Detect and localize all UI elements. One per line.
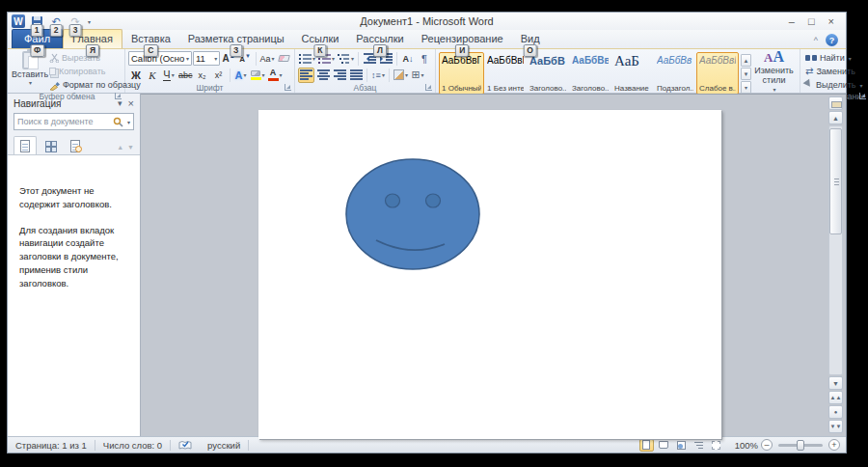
- justify-button[interactable]: [348, 68, 364, 83]
- borders-button[interactable]: ⊞▾: [410, 68, 425, 83]
- align-left-button[interactable]: [298, 68, 314, 83]
- tab-view[interactable]: Вид О: [512, 30, 549, 48]
- save-button[interactable]: 1: [29, 14, 44, 28]
- bold-button[interactable]: Ж: [128, 68, 144, 83]
- multilevel-list-button[interactable]: ▾: [337, 51, 355, 67]
- word-count-indicator[interactable]: Число слов: 0: [95, 437, 170, 453]
- nav-tab-results[interactable]: [64, 136, 87, 154]
- search-icon[interactable]: [113, 117, 123, 127]
- style-subtle-emphasis[interactable]: АаБбВвГг Слабое в...: [696, 52, 739, 95]
- subscript-button[interactable]: х₂: [195, 68, 210, 83]
- tab-references-keytip: К: [313, 44, 326, 57]
- word-logo-icon[interactable]: W: [12, 14, 25, 28]
- styles-scroll-up-button[interactable]: ▲: [741, 54, 751, 67]
- editing-dialog-launcher[interactable]: [859, 93, 866, 99]
- line-spacing-button[interactable]: ↕≡▾: [370, 68, 386, 83]
- show-paragraph-marks-button[interactable]: ¶: [417, 51, 432, 67]
- tab-review[interactable]: Рецензирование И: [413, 30, 512, 48]
- nav-tab-pages[interactable]: [39, 136, 62, 154]
- previous-page-button[interactable]: ▲▲: [828, 391, 843, 404]
- tab-references[interactable]: Ссылки К: [293, 30, 348, 48]
- search-input[interactable]: [17, 117, 110, 126]
- scroll-up-button[interactable]: ▲: [828, 111, 843, 124]
- select-browse-object-button[interactable]: ●: [828, 405, 843, 419]
- zoom-out-button[interactable]: –: [761, 439, 773, 451]
- strikethrough-button[interactable]: abc: [177, 68, 194, 83]
- minimize-button[interactable]: –: [789, 15, 795, 27]
- style-no-spacing[interactable]: АаБбВвГг, 1 Без инте...: [484, 52, 527, 95]
- scrollbar-track[interactable]: [828, 125, 843, 375]
- smiley-face-shape[interactable]: [258, 110, 721, 439]
- close-button[interactable]: ×: [828, 15, 834, 27]
- pages-tab-icon: [45, 141, 55, 151]
- clear-formatting-button[interactable]: [276, 51, 291, 67]
- styles-scroll-down-button[interactable]: ▼: [741, 68, 751, 80]
- superscript-button[interactable]: х²: [211, 68, 227, 83]
- vertical-scrollbar[interactable]: ▲ ▼ ▲▲ ● ▼▼: [828, 96, 843, 434]
- tab-page-layout[interactable]: Разметка страницы З: [179, 30, 293, 48]
- change-case-button[interactable]: Аа▾: [259, 51, 275, 67]
- font-size-combobox[interactable]: 11 ▾: [193, 51, 220, 66]
- style-title[interactable]: АаБ Название: [611, 52, 654, 95]
- help-icon[interactable]: ?: [826, 34, 838, 46]
- sort-button[interactable]: А↓: [400, 51, 416, 67]
- font-color-button[interactable]: А▾: [267, 68, 284, 83]
- paste-dropdown[interactable]: ▾: [29, 79, 32, 86]
- web-layout-view-button[interactable]: [674, 439, 689, 452]
- nav-tab-headings[interactable]: [14, 136, 37, 154]
- page-number-indicator[interactable]: Страница: 1 из 1: [8, 437, 95, 453]
- language-indicator[interactable]: русский: [200, 437, 248, 453]
- zoom-slider-track[interactable]: [778, 444, 823, 447]
- paragraph-dialog-launcher[interactable]: [425, 84, 432, 91]
- style-heading2[interactable]: АаБбВв Заголово...: [569, 52, 611, 95]
- next-heading-button[interactable]: ▼: [127, 144, 134, 151]
- styles-more-button[interactable]: ▾: [741, 81, 751, 94]
- next-page-button[interactable]: ▼▼: [828, 420, 843, 433]
- font-size-dropdown[interactable]: ▾: [214, 55, 217, 62]
- replace-button[interactable]: ⇄ Заменить: [803, 65, 865, 78]
- align-right-button[interactable]: [332, 68, 347, 83]
- align-center-button[interactable]: [315, 68, 331, 83]
- search-options-dropdown[interactable]: ▾: [127, 119, 130, 125]
- highlight-color-button[interactable]: ▾: [250, 68, 266, 83]
- select-cursor-icon: [803, 78, 816, 92]
- select-button[interactable]: Выделить ▾: [803, 78, 865, 92]
- change-styles-button[interactable]: АА Изменить стили ▾: [751, 50, 797, 95]
- draft-view-button[interactable]: [709, 439, 723, 452]
- shading-button[interactable]: ▾: [393, 68, 409, 83]
- zoom-in-button[interactable]: +: [828, 439, 840, 451]
- document-page[interactable]: [258, 110, 721, 439]
- tab-insert[interactable]: Вставка С: [122, 30, 179, 48]
- italic-button[interactable]: К: [145, 68, 160, 83]
- restore-button[interactable]: □: [808, 15, 815, 27]
- underline-button[interactable]: Ч▾: [161, 68, 176, 83]
- spellcheck-indicator[interactable]: [171, 437, 200, 453]
- ruler-toggle-button[interactable]: [828, 96, 843, 110]
- minimize-ribbon-icon[interactable]: ^: [814, 36, 818, 45]
- scroll-down-button[interactable]: ▼: [828, 376, 843, 390]
- navigation-close-icon[interactable]: ×: [128, 97, 134, 109]
- print-layout-view-button[interactable]: [639, 439, 654, 452]
- zoom-level-label[interactable]: 100%: [735, 440, 758, 451]
- font-dialog-launcher[interactable]: [285, 84, 291, 91]
- font-name-dropdown[interactable]: ▾: [186, 55, 189, 62]
- document-area[interactable]: ▲ ▼ ▲▲ ● ▼▼: [141, 94, 846, 436]
- outline-view-button[interactable]: [692, 439, 706, 452]
- clipboard-dialog-launcher[interactable]: [115, 93, 122, 99]
- fullscreen-reading-view-button[interactable]: [657, 439, 671, 452]
- redo-button[interactable]: ↷ 3: [68, 14, 83, 28]
- qat-menu-button[interactable]: ▾: [88, 18, 91, 25]
- scrollbar-thumb[interactable]: [829, 128, 842, 234]
- document-search-box[interactable]: ▾: [14, 113, 134, 130]
- tab-mailings[interactable]: Рассылки Л: [347, 30, 412, 48]
- find-button[interactable]: Найти ▾: [803, 51, 865, 65]
- style-subtitle[interactable]: АаБбВв Подзагол...: [654, 52, 696, 95]
- previous-heading-button[interactable]: ▲: [117, 144, 123, 151]
- style-normal[interactable]: АаБбВвГг, 1 Обычный: [439, 52, 484, 95]
- undo-button[interactable]: ↶ 2: [48, 14, 64, 28]
- underline-dropdown[interactable]: ▾: [172, 71, 175, 78]
- zoom-slider-handle[interactable]: [797, 440, 804, 451]
- text-effects-button[interactable]: А▾: [233, 68, 249, 83]
- style-heading1[interactable]: АаБбВ Заголово...: [527, 52, 569, 95]
- font-name-combobox[interactable]: Calibri (Осно ▾: [128, 51, 192, 66]
